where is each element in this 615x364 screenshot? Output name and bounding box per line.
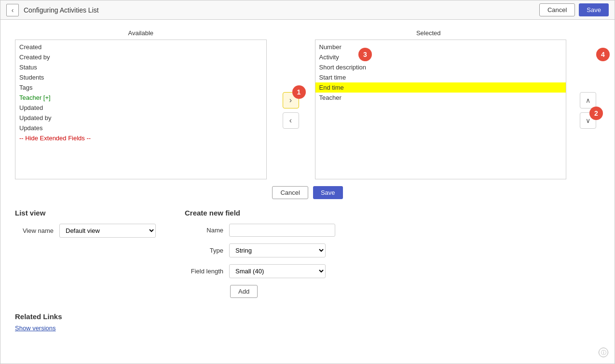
available-item-updated[interactable]: Updated	[15, 103, 266, 113]
field-type-select[interactable]: StringIntegerBooleanDate	[229, 243, 326, 257]
view-name-select[interactable]: Default viewCustom viewCompact view	[59, 224, 156, 238]
field-name-label: Name	[185, 227, 223, 234]
related-links-section: Related Links Show versions	[15, 312, 600, 332]
add-button[interactable]: Add	[230, 285, 258, 298]
back-button[interactable]: ‹	[6, 4, 19, 16]
selected-list[interactable]: Number Activity Short description Start …	[315, 40, 567, 179]
view-name-group: View name Default viewCustom viewCompact…	[15, 224, 156, 238]
available-item-updates[interactable]: Updates	[15, 123, 266, 133]
title-bar-right: Cancel Save	[539, 3, 609, 16]
available-item-tags[interactable]: Tags	[15, 82, 266, 93]
header-cancel-button[interactable]: Cancel	[539, 3, 575, 16]
move-up-button[interactable]: ∧	[580, 92, 596, 108]
create-field-section: Create new field Name Type StringInteger…	[185, 209, 335, 298]
form-actions: Cancel Save	[15, 186, 600, 199]
selected-panel: Selected Number Activity Short descripti…	[315, 29, 567, 179]
badge-3: 3	[358, 48, 372, 61]
main-content: 3 4 Available Created Created by Status …	[0, 20, 615, 364]
selected-item-short-desc[interactable]: Short description	[315, 62, 566, 72]
header-save-button[interactable]: Save	[579, 3, 609, 16]
available-item-updated-by[interactable]: Updated by	[15, 113, 266, 123]
title-bar-left: ‹ Configuring Activities List	[6, 4, 99, 16]
badge-2: 2	[589, 107, 603, 120]
field-type-group: Type StringIntegerBooleanDate	[185, 243, 335, 257]
show-versions-link[interactable]: Show versions	[15, 324, 56, 332]
list-view-title: List view	[15, 209, 156, 217]
available-panel: Available Created Created by Status Stud…	[15, 29, 267, 179]
field-length-label: Field length	[185, 268, 223, 275]
available-item-created[interactable]: Created	[15, 42, 266, 52]
title-bar: ‹ Configuring Activities List Cancel Sav…	[0, 0, 615, 20]
badge-4: 4	[596, 48, 610, 61]
info-icon[interactable]: ⓘ	[599, 348, 608, 357]
badge-1: 1	[292, 85, 306, 99]
field-name-group: Name	[185, 224, 335, 237]
field-type-label: Type	[185, 247, 223, 254]
available-list[interactable]: Created Created by Status Students Tags …	[15, 40, 267, 179]
available-item-teacher-plus[interactable]: Teacher [+]	[15, 93, 266, 103]
available-item-status[interactable]: Status	[15, 62, 266, 72]
related-links-title: Related Links	[15, 312, 600, 321]
selected-label: Selected	[315, 29, 543, 37]
field-name-input[interactable]	[229, 224, 335, 237]
field-length-group: Field length Small (40)Medium (80)Large …	[185, 264, 335, 278]
available-item-hide-extended[interactable]: -- Hide Extended Fields --	[15, 133, 266, 143]
field-length-select[interactable]: Small (40)Medium (80)Large (200)	[229, 264, 326, 278]
create-field-title: Create new field	[185, 209, 335, 217]
available-item-created-by[interactable]: Created by	[15, 52, 266, 62]
transfer-buttons: › 1 ‹	[276, 29, 305, 129]
selected-item-teacher[interactable]: Teacher	[315, 93, 566, 103]
columns-section: Available Created Created by Status Stud…	[15, 29, 600, 179]
selected-item-start-time[interactable]: Start time	[315, 72, 566, 82]
cancel-button[interactable]: Cancel	[272, 186, 308, 199]
save-button[interactable]: Save	[313, 186, 343, 199]
selected-item-activity[interactable]: Activity	[315, 52, 566, 62]
available-label: Available	[15, 29, 267, 37]
lower-section: List view View name Default viewCustom v…	[15, 209, 600, 298]
list-view-section: List view View name Default viewCustom v…	[15, 209, 156, 298]
order-buttons: ∧ ∨ 2	[576, 29, 600, 129]
window-title: Configuring Activities List	[24, 6, 99, 14]
view-name-label: View name	[15, 227, 54, 234]
available-item-students[interactable]: Students	[15, 72, 266, 82]
selected-item-end-time[interactable]: End time	[315, 82, 566, 93]
move-left-button[interactable]: ‹	[283, 112, 299, 129]
selected-item-number[interactable]: Number	[315, 42, 566, 52]
